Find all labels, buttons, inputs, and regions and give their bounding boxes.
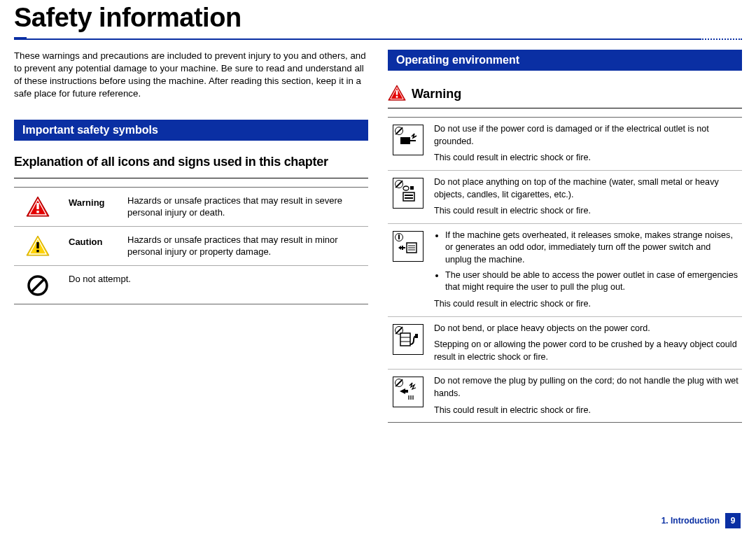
env-text: Do not bend, or place heavy objects on t… — [434, 323, 739, 364]
content-columns: These warnings and precautions are inclu… — [0, 40, 756, 423]
env-bullets: If the machine gets overheated, it relea… — [445, 230, 739, 294]
section-bar-environment: Operating environment — [388, 50, 742, 71]
svg-line-9 — [31, 279, 44, 292]
svg-marker-24 — [398, 246, 401, 250]
svg-rect-14 — [400, 137, 410, 144]
svg-rect-2 — [36, 203, 38, 209]
power-badge-icon — [395, 233, 403, 241]
symbol-desc: Hazards or unsafe practices that may res… — [127, 195, 365, 219]
right-column: Operating environment Warning — [388, 50, 742, 423]
env-row: Do not bend, or place heavy objects on t… — [388, 317, 742, 370]
intro-paragraph: These warnings and precautions are inclu… — [14, 50, 368, 100]
symbol-row-donot: Do not attempt. — [14, 266, 368, 304]
warning-heading: Warning — [388, 85, 742, 104]
subhead-divider — [14, 178, 368, 178]
env-result: This could result in electric shock or f… — [434, 298, 739, 311]
svg-rect-3 — [36, 211, 38, 213]
left-column: These warnings and precautions are inclu… — [14, 50, 368, 423]
overheat-unplug-icon — [391, 230, 426, 262]
env-main: Do not place anything on top of the mach… — [434, 176, 739, 201]
symbol-desc: Do not attempt. — [69, 273, 365, 286]
prohibit-badge-icon — [395, 180, 403, 188]
warning-heading-text: Warning — [412, 87, 461, 101]
page-footer: 1. Introduction 9 — [662, 513, 741, 528]
page-title: Safety information — [0, 0, 756, 37]
env-row: Do not remove the plug by pulling on the… — [388, 370, 742, 422]
env-main: Do not bend, or place heavy objects on t… — [434, 323, 739, 335]
footer-page-number: 9 — [725, 513, 741, 528]
svg-rect-16 — [405, 195, 413, 196]
env-result: This could result in electric shock or f… — [434, 152, 739, 164]
env-bullet: The user should be able to access the po… — [445, 269, 739, 294]
svg-rect-6 — [36, 242, 38, 248]
env-text: If the machine gets overheated, it relea… — [434, 230, 739, 311]
env-text: Do not place anything on top of the mach… — [434, 176, 739, 218]
env-main: Do not remove the plug by pulling on the… — [434, 375, 739, 400]
env-result: This could result in electric shock or f… — [434, 205, 739, 218]
subhead-explanation: Explanation of all icons and signs used … — [14, 155, 368, 169]
svg-rect-29 — [405, 390, 408, 393]
bent-cord-icon — [391, 323, 426, 355]
warning-triangle-icon — [17, 195, 59, 217]
symbol-desc: Hazards or unsafe practices that may res… — [127, 234, 365, 258]
svg-rect-17 — [405, 197, 413, 199]
svg-rect-15 — [403, 192, 414, 201]
env-text: Do not use if the power cord is damaged … — [434, 123, 739, 164]
env-row: If the machine gets overheated, it relea… — [388, 224, 742, 317]
svg-rect-13 — [396, 96, 398, 98]
svg-rect-25 — [400, 333, 410, 346]
env-result: This could result in electric shock or f… — [434, 405, 739, 417]
svg-point-18 — [403, 186, 409, 190]
objects-on-machine-icon — [391, 176, 426, 209]
section-bar-symbols: Important safety symbols — [14, 120, 368, 141]
svg-rect-28 — [415, 334, 418, 338]
environment-table: Do not use if the power cord is damaged … — [388, 117, 742, 423]
footer-chapter: 1. Introduction — [662, 516, 720, 526]
symbol-label: Caution — [69, 234, 118, 247]
symbol-label: Warning — [69, 195, 118, 208]
env-result: Stepping on or allowing the power cord t… — [434, 339, 739, 363]
warning-divider — [388, 108, 742, 108]
caution-triangle-icon — [17, 234, 59, 256]
prohibit-badge-icon — [395, 127, 403, 135]
svg-rect-7 — [36, 250, 38, 252]
env-row: Do not use if the power cord is damaged … — [388, 118, 742, 171]
symbol-row-warning: Warning Hazards or unsafe practices that… — [14, 188, 368, 227]
env-bullet: If the machine gets overheated, it relea… — [445, 230, 739, 267]
svg-rect-19 — [410, 186, 414, 190]
env-row: Do not place anything on top of the mach… — [388, 171, 742, 224]
damaged-cord-icon — [391, 123, 426, 155]
symbols-table: Warning Hazards or unsafe practices that… — [14, 187, 368, 304]
warning-triangle-icon — [388, 85, 406, 104]
title-underline — [14, 37, 742, 40]
env-text: Do not remove the plug by pulling on the… — [434, 375, 739, 416]
wet-hands-plug-icon — [391, 375, 426, 407]
prohibit-badge-icon — [395, 326, 403, 335]
prohibit-icon — [17, 273, 59, 297]
svg-rect-12 — [396, 90, 398, 95]
env-main: Do not use if the power cord is damaged … — [434, 123, 739, 148]
symbol-row-caution: Caution Hazards or unsafe practices that… — [14, 227, 368, 266]
